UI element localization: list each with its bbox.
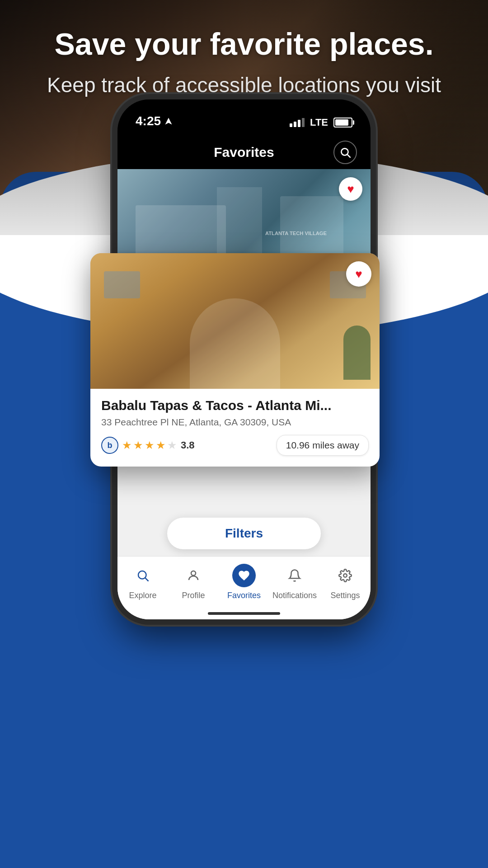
bottom-navigation: Explore Profile xyxy=(117,556,371,619)
popup-heart-icon: ♥ xyxy=(355,267,362,281)
popup-footer: b ★ ★ ★ ★ ★ 3.8 10.96 miles away xyxy=(101,435,369,456)
signal-icon xyxy=(290,118,305,127)
nav-settings[interactable]: Settings xyxy=(320,564,371,600)
app-header: Favorites xyxy=(117,136,371,169)
svg-line-1 xyxy=(347,155,350,157)
search-button[interactable] xyxy=(333,141,357,164)
popup-card-babalu[interactable]: ♥ Babalu Tapas & Tacos - Atlanta Mi... 3… xyxy=(90,253,380,467)
popup-favorite-button[interactable]: ♥ xyxy=(346,261,371,287)
profile-icon xyxy=(182,564,205,587)
popup-star-4: ★ xyxy=(156,439,166,452)
popup-rating-number: 3.8 xyxy=(181,439,195,451)
status-time: 4:25 xyxy=(136,114,290,128)
svg-line-3 xyxy=(145,578,149,581)
popup-star-1: ★ xyxy=(122,439,132,452)
explore-label: Explore xyxy=(129,591,156,600)
status-right: LTE xyxy=(290,117,352,128)
favorites-label: Favorites xyxy=(227,591,261,600)
popup-rating: b ★ ★ ★ ★ ★ 3.8 xyxy=(101,437,195,454)
popup-app-logo: b xyxy=(101,437,118,454)
settings-icon xyxy=(333,564,357,587)
favorites-heart-svg xyxy=(238,569,250,582)
home-indicator xyxy=(208,612,280,615)
popup-place-name: Babalu Tapas & Tacos - Atlanta Mi... xyxy=(101,398,369,413)
hero-title: Save your favorite places. xyxy=(36,27,452,61)
heart-icon: ♥ xyxy=(347,182,354,196)
popup-distance-badge: 10.96 miles away xyxy=(277,435,369,456)
popup-content: Babalu Tapas & Tacos - Atlanta Mi... 33 … xyxy=(90,389,380,467)
popup-star-2: ★ xyxy=(133,439,143,452)
svg-point-5 xyxy=(343,574,347,577)
popup-stars: ★ ★ ★ ★ ★ xyxy=(122,439,177,452)
filters-button[interactable]: Filters xyxy=(167,518,321,549)
svg-point-2 xyxy=(138,571,146,579)
settings-label: Settings xyxy=(330,591,360,600)
popup-card-image: ♥ xyxy=(90,253,380,389)
notifications-icon xyxy=(283,564,306,587)
phone-mockup: 4:25 LTE xyxy=(117,99,371,619)
bell-svg xyxy=(288,569,301,582)
profile-label: Profile xyxy=(182,591,205,600)
nav-favorites[interactable]: Favorites xyxy=(219,564,269,600)
popup-star-5: ★ xyxy=(167,439,177,452)
notifications-label: Notifications xyxy=(272,591,317,600)
nav-explore[interactable]: Explore xyxy=(117,564,168,600)
search-icon xyxy=(339,146,351,158)
location-arrow-icon xyxy=(164,117,173,125)
battery-fill xyxy=(335,119,348,126)
app-title: Favorites xyxy=(214,145,274,160)
popup-place-address: 33 Peachtree Pl NE, Atlanta, GA 30309, U… xyxy=(101,417,369,428)
gear-svg xyxy=(338,569,352,582)
svg-point-4 xyxy=(191,571,196,576)
phone-notch xyxy=(199,99,289,116)
nav-profile[interactable]: Profile xyxy=(168,564,219,600)
favorites-icon xyxy=(232,564,256,587)
battery-icon xyxy=(333,118,352,127)
nav-notifications[interactable]: Notifications xyxy=(269,564,320,600)
popup-star-3: ★ xyxy=(145,439,155,452)
explore-svg xyxy=(136,569,150,582)
favorite-button-atv[interactable]: ♥ xyxy=(339,177,362,201)
explore-icon xyxy=(131,564,155,587)
network-type: LTE xyxy=(310,117,328,128)
profile-svg xyxy=(187,569,200,582)
